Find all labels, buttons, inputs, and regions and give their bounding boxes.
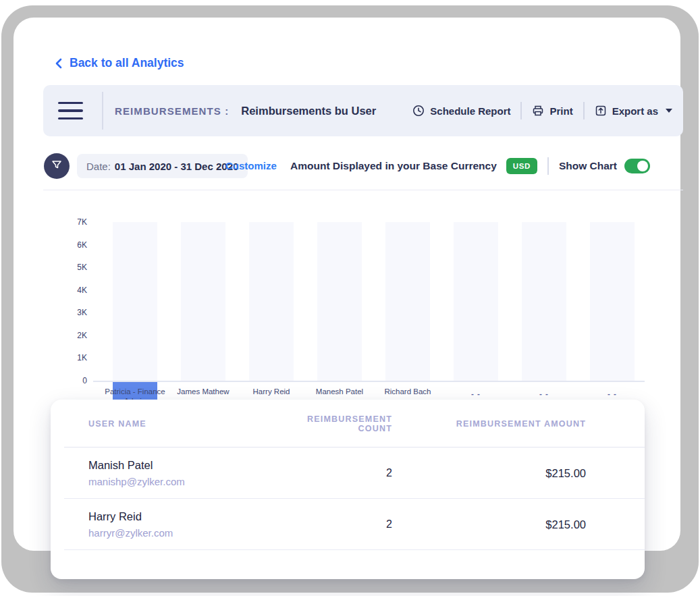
y-axis-tick-label: 6K xyxy=(71,240,87,250)
bar-track xyxy=(385,222,430,381)
y-axis-tick-label: 1K xyxy=(71,353,87,362)
user-name: Harry Reid xyxy=(88,510,304,523)
chart-x-axis-line xyxy=(93,381,645,382)
chevron-down-icon xyxy=(666,109,672,113)
hamburger-bar xyxy=(58,117,83,120)
show-chart-toggle[interactable] xyxy=(624,159,650,173)
bar-track xyxy=(181,222,225,381)
filter-button[interactable] xyxy=(44,153,70,179)
x-axis-category-label: James Mathew xyxy=(166,387,240,396)
y-axis-tick-label: 7K xyxy=(71,217,87,227)
export-as-label: Export as xyxy=(612,105,658,117)
user-email: harryr@zylker.com xyxy=(88,527,304,539)
print-button[interactable]: Print xyxy=(532,105,572,117)
reimbursement-count-value: 2 xyxy=(304,467,392,479)
bar-track xyxy=(317,222,362,381)
user-email: manishp@zylker.com xyxy=(88,476,304,487)
user-cell: Manish Patelmanishp@zylker.com xyxy=(88,459,304,487)
menu-button[interactable] xyxy=(58,99,83,123)
header-divider xyxy=(102,92,103,130)
export-as-button[interactable]: Export as xyxy=(595,105,672,117)
report-category-label: REIMBURSEMENTS : xyxy=(115,105,229,117)
report-title: Reimbursements bu User xyxy=(241,105,376,117)
export-icon xyxy=(595,105,607,117)
schedule-report-button[interactable]: Schedule Report xyxy=(412,105,510,117)
reimbursement-amount-value: $215.00 xyxy=(392,467,586,480)
section-divider xyxy=(43,190,683,190)
date-range-filter[interactable]: Date: 01 Jan 2020 - 31 Dec 2020 xyxy=(77,154,248,178)
table-body: Manish Patelmanishp@zylker.com2$215.00Ha… xyxy=(88,448,586,550)
hamburger-bar xyxy=(58,102,83,105)
funnel-icon xyxy=(51,159,62,173)
back-to-analytics-link[interactable]: Back to all Analytics xyxy=(54,56,184,70)
y-axis-tick-label: 5K xyxy=(71,263,87,272)
x-axis-category-label: - - xyxy=(439,389,513,398)
show-chart-label: Show Chart xyxy=(559,160,617,172)
filter-right-group: Amount Displayed in your Base Currency U… xyxy=(290,153,650,179)
column-header-reimbursement-count: REIMBURSEMENT COUNT xyxy=(304,414,392,433)
header-action-separator xyxy=(520,102,522,119)
printer-icon xyxy=(532,105,544,117)
bar-track xyxy=(590,222,635,381)
table-row: Manish Patelmanishp@zylker.com2$215.00 xyxy=(88,448,586,499)
bar-track xyxy=(249,222,294,381)
currency-badge: USD xyxy=(506,158,537,174)
chevron-left-icon xyxy=(54,58,63,69)
schedule-report-label: Schedule Report xyxy=(430,105,510,117)
column-header-user-name: USER NAME xyxy=(88,419,304,429)
x-axis-category-label: Richard Bach xyxy=(371,387,445,396)
y-axis-tick-label: 2K xyxy=(71,331,87,340)
filter-separator xyxy=(547,157,549,175)
x-axis-category-label: - - xyxy=(507,389,581,398)
reimbursement-count-value: 2 xyxy=(304,518,392,531)
bar-track xyxy=(522,222,566,381)
x-axis-category-label: Harry Reid xyxy=(234,387,308,396)
report-header-bar: REIMBURSEMENTS : Reimbursements bu User … xyxy=(43,85,683,136)
user-name: Manish Patel xyxy=(88,459,304,472)
hamburger-bar xyxy=(58,109,83,112)
y-axis-tick-label: 3K xyxy=(71,308,87,317)
clock-icon xyxy=(412,105,425,117)
bar-track xyxy=(454,222,498,381)
page: Back to all Analytics REIMBURSEMENTS : R… xyxy=(0,0,700,596)
reimbursement-table-card: USER NAME REIMBURSEMENT COUNT REIMBURSEM… xyxy=(51,400,645,579)
print-label: Print xyxy=(549,105,572,117)
date-label: Date: xyxy=(86,161,111,172)
user-cell: Harry Reidharryr@zylker.com xyxy=(88,510,304,539)
table-header-row: USER NAME REIMBURSEMENT COUNT REIMBURSEM… xyxy=(88,400,586,448)
reimbursement-bar-chart: 7K6K5K4K3K2K1K0 Patricia - Finance Admin… xyxy=(71,217,645,420)
bar-track xyxy=(113,222,157,381)
customize-link[interactable]: Customize xyxy=(225,160,277,171)
toggle-knob xyxy=(637,161,648,171)
date-range-value: 01 Jan 2020 - 31 Dec 2020 xyxy=(115,161,238,172)
x-axis-category-label: - - xyxy=(575,389,649,398)
back-link-label: Back to all Analytics xyxy=(70,56,184,70)
y-axis-tick-label: 0 xyxy=(71,376,87,385)
y-axis-tick-label: 4K xyxy=(71,286,87,295)
reimbursement-amount-value: $215.00 xyxy=(392,518,586,531)
header-action-separator xyxy=(583,102,585,119)
column-header-reimbursement-amount: REIMBURSEMENT AMOUNT xyxy=(392,419,586,429)
table-row: Harry Reidharryr@zylker.com2$215.00 xyxy=(88,499,586,550)
base-currency-note: Amount Displayed in your Base Currency xyxy=(290,160,497,172)
x-axis-category-label: Manesh Patel xyxy=(302,387,377,396)
